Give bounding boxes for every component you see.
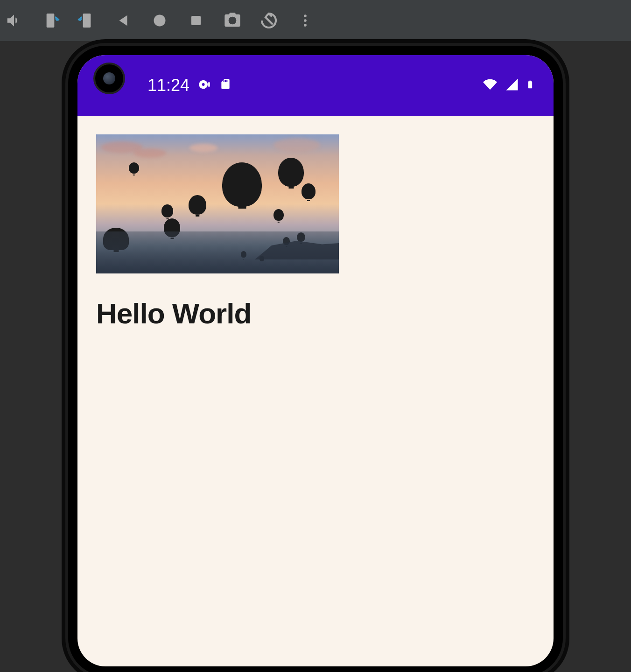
more-vert-icon[interactable] [296,11,315,30]
cloud-decoration [133,148,166,158]
balloon-icon [189,195,206,215]
status-bar-right [482,77,535,94]
battery-full-icon [526,77,535,94]
emulator-toolbar [0,0,631,41]
svg-point-5 [304,14,307,17]
camera-icon[interactable] [223,11,242,30]
app-content: Hello World [77,116,554,349]
balloon-icon [301,183,316,199]
status-time: 11:24 [147,76,189,95]
volume-icon[interactable] [5,11,23,30]
cloud-decoration [273,138,320,152]
svg-rect-0 [47,14,55,28]
svg-point-9 [202,83,205,86]
phone-screen: 11:24 [77,55,554,666]
rotate-right-icon[interactable] [77,11,96,30]
svg-rect-10 [208,82,210,86]
sd-card-icon [219,76,231,95]
svg-line-4 [265,17,273,25]
svg-rect-1 [83,14,91,28]
balloon-icon [222,162,262,207]
camera-punch-hole [93,63,125,94]
svg-point-7 [304,24,307,27]
svg-point-6 [304,19,307,22]
rotate-left-icon[interactable] [41,11,60,30]
balloon-icon [129,162,139,174]
disc-icon [198,76,211,95]
balloon-icon [273,209,284,221]
home-circle-icon[interactable] [150,11,169,30]
overview-square-icon[interactable] [187,11,205,30]
back-icon[interactable] [114,11,133,30]
camera-lens [103,72,115,84]
status-bar-left: 11:24 [147,76,231,95]
wifi-icon [482,77,498,93]
balloon-icon [278,158,304,187]
svg-point-2 [154,15,166,27]
hero-image-balloons [96,134,339,273]
balloon-icon [161,204,173,217]
page-heading: Hello World [96,297,535,330]
cellular-signal-icon [505,77,519,93]
phone-frame: 11:24 [68,46,563,672]
restart-icon[interactable] [259,11,278,30]
svg-rect-3 [191,16,201,25]
emulator-viewport: 11:24 [0,41,631,672]
android-status-bar: 11:24 [77,55,554,116]
cloud-decoration [189,144,217,152]
